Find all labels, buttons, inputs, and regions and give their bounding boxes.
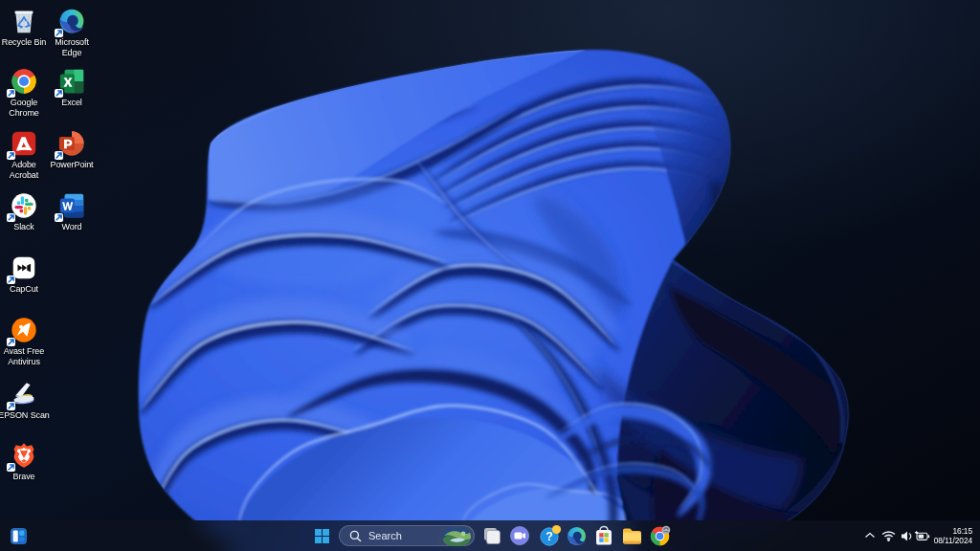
svg-text:?: ? xyxy=(546,530,553,543)
